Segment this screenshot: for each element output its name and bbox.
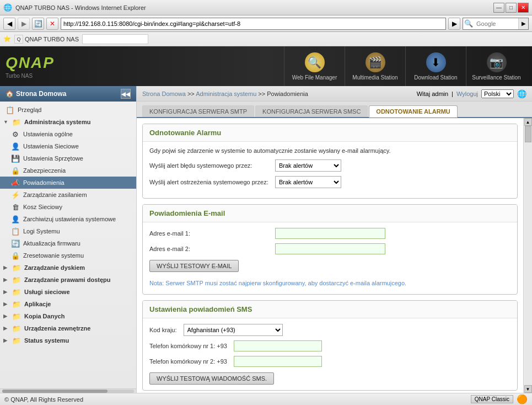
folder-icon-aplikacje: 📁 bbox=[12, 300, 21, 308]
expand-icon-kopia[interactable]: ▶ bbox=[3, 313, 9, 319]
country-row: Kod kraju: Afghanistan (+93) Albania (+3… bbox=[149, 324, 510, 336]
sidebar-collapse-button[interactable]: ◀◀ bbox=[121, 89, 131, 99]
qnap-classic-button[interactable]: QNAP Classic bbox=[471, 395, 513, 403]
sidebar-scrollbar[interactable] bbox=[0, 388, 136, 393]
status-bar: © QNAP, All Rights Reserved QNAP Classic… bbox=[0, 393, 532, 405]
breadcrumb-sep2: >> bbox=[258, 90, 267, 97]
breadcrumb-admin-sys[interactable]: Administracja systemu bbox=[196, 90, 256, 97]
icon-zresetowanie: 🔒 bbox=[11, 251, 20, 260]
sidebar-item-zarchiwizuj[interactable]: 👤 Zarchiwizuj ustawienia systemowe bbox=[0, 213, 136, 225]
sidebar-item-zasilanie[interactable]: ⚡ Zarządzanie zasilaniem bbox=[0, 189, 136, 201]
right-scrollbar[interactable]: ▲ ▼ bbox=[523, 118, 532, 393]
minimize-button[interactable]: — bbox=[493, 3, 504, 13]
web-file-manager-icon[interactable]: 🔍 Web File Manager bbox=[284, 46, 345, 86]
sidebar-label-administracja: Administracja systemu bbox=[24, 119, 90, 125]
expand-icon-dysk[interactable]: ▶ bbox=[3, 265, 9, 270]
send-test-sms-button[interactable]: WYŚLIJ TESTOWĄ WIADOMOŚĆ SMS. bbox=[149, 372, 274, 385]
phone2-label: Telefon komórkowy nr 2: +93 bbox=[149, 358, 227, 365]
tab-smsc[interactable]: KONFIGURACJA SERWERA SMSC bbox=[255, 105, 368, 117]
email1-input[interactable] bbox=[275, 228, 385, 239]
logout-link[interactable]: Wyloguj bbox=[456, 90, 478, 97]
search-go-button[interactable]: ▶ bbox=[518, 18, 528, 29]
sidebar-label-status: Status systemu bbox=[24, 337, 69, 344]
scroll-down-button[interactable]: ▼ bbox=[524, 385, 532, 393]
sidebar-item-zresetowanie[interactable]: 🔒 Zresetowanie systemu bbox=[0, 249, 136, 262]
phone1-input[interactable] bbox=[234, 340, 322, 351]
forward-button[interactable]: ▶ bbox=[18, 18, 30, 30]
email-section: Powiadomienia E-mail Adres e-mail 1: Adr… bbox=[142, 204, 518, 295]
phone2-row: Telefon komórkowy nr 2: +93 bbox=[149, 356, 510, 367]
expand-icon-status[interactable]: ▶ bbox=[3, 338, 9, 343]
multimedia-station-icon[interactable]: 🎬 Multimedia Station bbox=[345, 46, 405, 86]
refresh-button[interactable]: 🔄 bbox=[32, 18, 44, 30]
maximize-button[interactable]: □ bbox=[506, 3, 517, 13]
folder-icon-dysk: 📁 bbox=[12, 263, 21, 272]
sidebar-item-aplikacje[interactable]: ▶ 📁 Aplikacje bbox=[0, 298, 136, 310]
sidebar-title-wrap: 🏠 Strona Domowa bbox=[6, 90, 66, 98]
download-station-icon[interactable]: ⬇ Download Station bbox=[405, 46, 466, 86]
search-input[interactable] bbox=[474, 20, 518, 27]
window-controls: — □ ✕ bbox=[493, 3, 529, 13]
favorite-qnap[interactable]: Q QNAP TURBO NAS bbox=[14, 35, 79, 44]
email-section-title: Powiadomienia E-mail bbox=[143, 205, 517, 222]
status-right: QNAP Classic 🟠 bbox=[471, 394, 528, 404]
back-button[interactable]: ◀ bbox=[3, 18, 15, 30]
email2-input[interactable] bbox=[275, 243, 385, 254]
fav-search[interactable] bbox=[82, 34, 148, 44]
sidebar-item-aktualizacja[interactable]: 🔄 Aktualizacja firmwaru bbox=[0, 237, 136, 249]
sidebar-item-kopia[interactable]: ▶ 📁 Kopia Danych bbox=[0, 310, 136, 322]
sidebar-item-ustawienia-ogolne[interactable]: ⚙ Ustawienia ogólne bbox=[0, 128, 136, 140]
stop-button[interactable]: ✕ bbox=[46, 18, 58, 30]
tabs-bar: KONFIGURACJA SERWERA SMTP KONFIGURACJA S… bbox=[137, 102, 532, 118]
sidebar-item-ustawienia-sieciowe[interactable]: 👤 Ustawienia Sieciowe bbox=[0, 140, 136, 152]
close-button[interactable]: ✕ bbox=[518, 3, 529, 13]
scroll-track bbox=[524, 126, 532, 385]
tab-smtp[interactable]: KONFIGURACJA SERWERA SMTP bbox=[142, 105, 254, 117]
scroll-up-button[interactable]: ▲ bbox=[524, 118, 532, 126]
email-section-body: Adres e-mail 1: Adres e-mail 2: WYŚLIJ T… bbox=[143, 222, 517, 294]
sidebar-item-status[interactable]: ▶ 📁 Status systemu bbox=[0, 334, 136, 347]
expand-icon-administracja[interactable]: ▼ bbox=[3, 119, 9, 125]
sidebar-item-zabezpieczenia[interactable]: 🔒 Zabezpieczenia bbox=[0, 164, 136, 177]
expand-icon-aplikacje[interactable]: ▶ bbox=[3, 301, 9, 307]
sidebar-label-prawami: Zarządzanie prawami dostępu bbox=[24, 276, 110, 283]
sidebar-item-powiadomienia[interactable]: 📣 Powiadomienia bbox=[0, 177, 136, 189]
admin-welcome: Witaj admin bbox=[417, 90, 448, 97]
qnap-header: QNAP Turbo NAS 🔍 Web File Manager 🎬 Mult… bbox=[0, 46, 532, 86]
sidebar-item-przeglad[interactable]: 📋 Przegląd bbox=[0, 104, 136, 116]
country-select[interactable]: Afghanistan (+93) Albania (+355) Poland … bbox=[184, 324, 283, 336]
multimedia-icon-circle: 🎬 bbox=[366, 52, 385, 72]
sidebar-item-logi[interactable]: 📋 Logi Systemu bbox=[0, 225, 136, 237]
send-test-email-button[interactable]: WYŚLIJ TESTOWY E-MAIL bbox=[149, 260, 239, 272]
sidebar-label-ustawienia-sprzetu: Ustawienia Sprzętowe bbox=[23, 155, 83, 162]
expand-icon-uslugi[interactable]: ▶ bbox=[3, 289, 9, 295]
alarm-error-select[interactable]: Brak alertów E-mail SMS E-mail i SMS bbox=[275, 159, 341, 172]
icon-ustawienia-sprzetu: 💾 bbox=[11, 154, 20, 163]
surveillance-icon-circle: 📷 bbox=[487, 52, 507, 72]
surveillance-station-icon[interactable]: 📷 Surveillance Station bbox=[466, 46, 526, 86]
page-content: Odnotowanie Alarmu Gdy pojwi się zdarzen… bbox=[137, 118, 523, 393]
sidebar-item-urzadzenia[interactable]: ▶ 📁 Urządzenia zewnętrzne bbox=[0, 322, 136, 334]
scroll-thumb[interactable] bbox=[525, 126, 531, 142]
alarm-warning-select[interactable]: Brak alertów E-mail SMS E-mail i SMS bbox=[275, 176, 341, 188]
icon-ustawienia-ogolne: ⚙ bbox=[11, 130, 20, 138]
email1-label: Adres e-mail 1: bbox=[149, 230, 271, 237]
qnap-logo-text: QNAP bbox=[6, 54, 55, 71]
expand-icon-prawami[interactable]: ▶ bbox=[3, 277, 9, 283]
email1-row: Adres e-mail 1: bbox=[149, 228, 510, 239]
sidebar-item-ustawienia-sprzetu[interactable]: 💾 Ustawienia Sprzętowe bbox=[0, 152, 136, 164]
tab-alarm[interactable]: ODNOTOWANIE ALARMU bbox=[369, 105, 457, 118]
sidebar-item-administracja[interactable]: ▼ 📁 Administracja systemu bbox=[0, 116, 136, 128]
sidebar-label-urzadzenia: Urządzenia zewnętrzne bbox=[24, 325, 90, 332]
breadcrumb-bar: Strona Domowa >> Administracja systemu >… bbox=[137, 86, 532, 102]
go-button[interactable]: ▶ bbox=[448, 18, 460, 30]
phone2-input[interactable] bbox=[234, 356, 322, 367]
language-select[interactable]: Polski English bbox=[481, 89, 514, 98]
sidebar-item-zarządzanie-dyskiem[interactable]: ▶ 📁 Zarządzanie dyskiem bbox=[0, 262, 136, 274]
sidebar-item-uslugi[interactable]: ▶ 📁 Usługi sieciowe bbox=[0, 286, 136, 298]
address-bar[interactable] bbox=[61, 18, 446, 30]
expand-icon-urzadzenia[interactable]: ▶ bbox=[3, 326, 9, 331]
sidebar-item-prawami[interactable]: ▶ 📁 Zarządzanie prawami dostępu bbox=[0, 274, 136, 286]
breadcrumb-home[interactable]: Strona Domowa bbox=[142, 90, 186, 97]
sidebar-item-kosz[interactable]: 🗑 Kosz Sieciowy bbox=[0, 201, 136, 213]
